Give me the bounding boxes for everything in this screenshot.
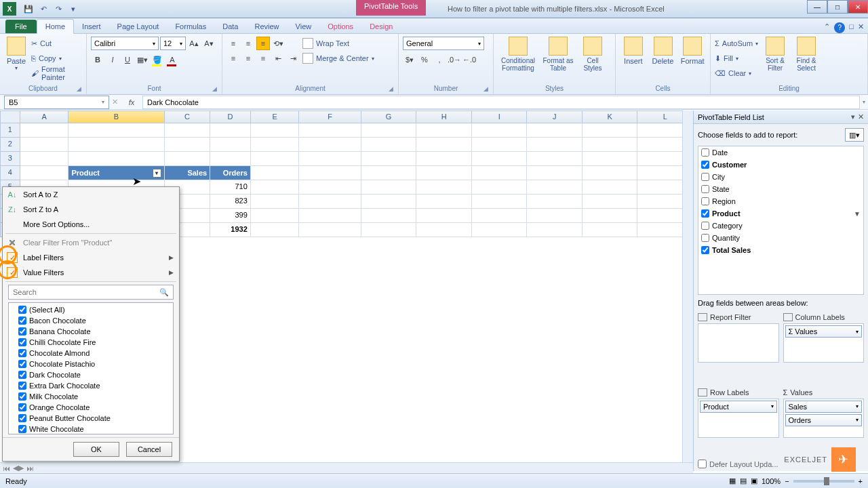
- alignment-launcher-icon[interactable]: ◢: [389, 85, 397, 94]
- clear-button[interactable]: ⌫Clear▾: [715, 66, 758, 80]
- shrink-font-icon[interactable]: A▾: [202, 37, 216, 50]
- orders-chip[interactable]: Orders▾: [785, 414, 863, 426]
- dec-decimal-icon[interactable]: ←.0: [462, 53, 476, 66]
- col-header-c[interactable]: C: [165, 110, 211, 123]
- comma-icon[interactable]: ,: [433, 53, 446, 66]
- sigma-values-chip[interactable]: Σ Values▾: [785, 325, 863, 338]
- field-checkbox[interactable]: [701, 234, 709, 242]
- zoom-in-icon[interactable]: +: [859, 477, 863, 485]
- align-bottom-icon[interactable]: ≡: [256, 37, 270, 50]
- insert-tab[interactable]: Insert: [74, 20, 109, 33]
- view-normal-icon[interactable]: ▦: [729, 476, 736, 485]
- field-list-fields[interactable]: DateCustomerCityStateRegionProduct▼Categ…: [698, 146, 864, 295]
- help-icon[interactable]: ?: [834, 22, 845, 33]
- pivot-cell[interactable]: 823: [210, 195, 251, 209]
- format-as-table-button[interactable]: Format as Table: [541, 37, 575, 72]
- align-right-icon[interactable]: ≡: [256, 52, 270, 65]
- pivot-cell[interactable]: 710: [210, 180, 251, 195]
- sheet-nav-prev-icon[interactable]: ◀: [13, 464, 18, 472]
- field-list-item[interactable]: Category: [698, 220, 863, 232]
- filter-item-list[interactable]: (Select All)Bacon ChocolateBanana Chocol…: [8, 302, 174, 434]
- field-list-item[interactable]: City: [698, 171, 863, 183]
- indent-dec-icon[interactable]: ⇤: [271, 52, 285, 65]
- close-button[interactable]: ✕: [848, 0, 868, 14]
- filter-dropdown-icon[interactable]: ▾: [153, 169, 161, 178]
- field-checkbox[interactable]: [701, 148, 709, 157]
- close-workbook-icon[interactable]: ✕: [858, 22, 864, 33]
- col-header-d[interactable]: D: [210, 110, 251, 123]
- font-color-button[interactable]: A: [165, 53, 179, 66]
- sort-filter-button[interactable]: Sort & Filter: [761, 37, 789, 72]
- filter-checkbox[interactable]: [18, 317, 26, 325]
- field-list-item[interactable]: State: [698, 183, 863, 195]
- save-icon[interactable]: 💾: [22, 2, 35, 16]
- inc-decimal-icon[interactable]: .0→: [448, 53, 461, 66]
- filter-check-item[interactable]: White Chocolate: [10, 424, 172, 434]
- filter-check-item[interactable]: Peanut Butter Chocolate: [10, 413, 172, 424]
- product-chip[interactable]: Product▾: [700, 401, 777, 413]
- bold-button[interactable]: B: [91, 53, 104, 66]
- field-list-close-icon[interactable]: ✕: [858, 113, 864, 121]
- expand-formula-icon[interactable]: ▾: [860, 99, 868, 105]
- align-top-icon[interactable]: ≡: [226, 37, 240, 50]
- col-header-i[interactable]: I: [472, 110, 528, 123]
- autosum-button[interactable]: ΣAutoSum▾: [715, 37, 758, 50]
- cancel-formula-icon[interactable]: ✕: [112, 98, 118, 106]
- filter-checkbox[interactable]: [18, 360, 26, 368]
- field-list-item[interactable]: Region: [698, 195, 863, 207]
- filter-checkbox[interactable]: [18, 349, 26, 357]
- format-painter-button[interactable]: 🖌Format Painter: [31, 66, 82, 80]
- sort-za-item[interactable]: Z↓Sort Z to A: [3, 202, 179, 217]
- field-checkbox[interactable]: [701, 161, 709, 169]
- data-tab[interactable]: Data: [214, 20, 246, 33]
- merge-center-button[interactable]: Merge & Center▾: [302, 52, 374, 65]
- wrap-text-button[interactable]: Wrap Text: [302, 37, 374, 50]
- format-cells-button[interactable]: Format: [679, 37, 706, 65]
- row-labels-area[interactable]: Product▾: [698, 399, 779, 438]
- maximize-button[interactable]: □: [827, 0, 848, 14]
- label-filters-item[interactable]: ✓Label Filters▶: [3, 250, 179, 265]
- percent-icon[interactable]: %: [418, 53, 431, 66]
- undo-icon[interactable]: ↶: [37, 2, 50, 16]
- sheet-nav-last-icon[interactable]: ⏭: [24, 464, 37, 472]
- name-box[interactable]: B5▾: [4, 96, 109, 109]
- filter-check-item[interactable]: Chocolate Pistachio: [10, 359, 172, 369]
- row-header-3[interactable]: 3: [0, 152, 20, 166]
- more-sort-item[interactable]: More Sort Options...: [3, 217, 179, 232]
- report-filter-area[interactable]: [698, 323, 779, 363]
- fx-icon[interactable]: fx: [125, 98, 138, 106]
- zoom-thumb[interactable]: [824, 477, 829, 485]
- review-tab[interactable]: Review: [246, 20, 287, 33]
- orientation-icon[interactable]: ⟲▾: [271, 37, 285, 50]
- sheet-nav-first-icon[interactable]: ⏮: [0, 464, 13, 472]
- filter-checkbox[interactable]: [18, 338, 26, 346]
- filter-check-item[interactable]: Dark Chocolate: [10, 369, 172, 380]
- filter-check-item[interactable]: Banana Chocolate: [10, 326, 172, 337]
- number-launcher-icon[interactable]: ◢: [484, 85, 492, 94]
- zoom-out-icon[interactable]: −: [785, 477, 789, 485]
- font-launcher-icon[interactable]: ◢: [212, 85, 220, 94]
- options-tab[interactable]: Options: [319, 20, 361, 33]
- filter-check-item[interactable]: Milk Chocolate: [10, 391, 172, 402]
- borders-button[interactable]: ▦▾: [136, 53, 149, 66]
- col-header-k[interactable]: K: [583, 110, 638, 123]
- find-select-button[interactable]: Find & Select: [792, 37, 821, 72]
- italic-button[interactable]: I: [106, 53, 119, 66]
- filter-checkbox[interactable]: [18, 306, 26, 314]
- filter-search-box[interactable]: 🔍: [8, 285, 174, 300]
- underline-button[interactable]: U: [121, 53, 134, 66]
- zoom-percent-label[interactable]: 100%: [762, 477, 781, 485]
- grow-font-icon[interactable]: A▴: [187, 37, 201, 50]
- align-center-icon[interactable]: ≡: [241, 52, 255, 65]
- field-checkbox[interactable]: [701, 209, 709, 218]
- view-tab[interactable]: View: [288, 20, 320, 33]
- column-labels-area[interactable]: Σ Values▾: [783, 323, 865, 363]
- formula-input[interactable]: Dark Chocolate: [142, 96, 860, 109]
- paste-button[interactable]: Paste ▾: [4, 37, 28, 71]
- filter-search-input[interactable]: [13, 288, 159, 296]
- page-layout-tab[interactable]: Page Layout: [109, 20, 167, 33]
- filter-checkbox[interactable]: [18, 392, 26, 401]
- filter-check-item[interactable]: Bacon Chocolate: [10, 315, 172, 326]
- minimize-ribbon-icon[interactable]: ⌃: [824, 22, 830, 33]
- number-format-combo[interactable]: General▾: [403, 37, 484, 50]
